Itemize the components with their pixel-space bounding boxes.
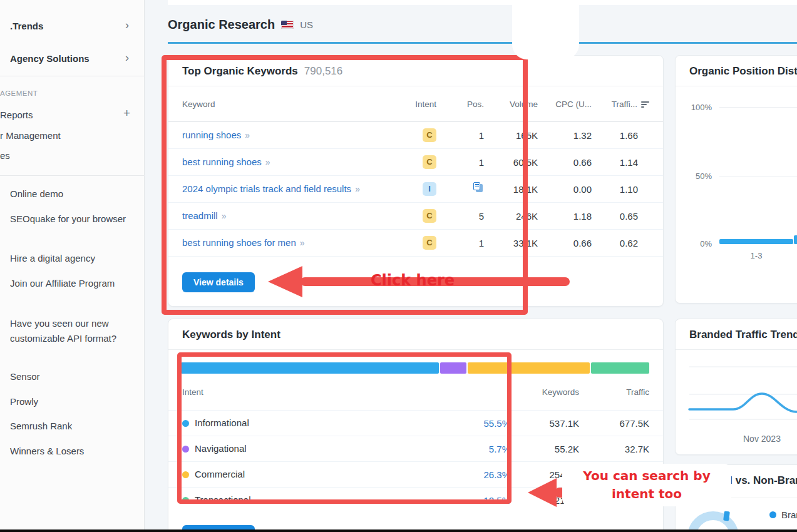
bar-segment-navigational[interactable] [440,362,466,374]
sidebar-item-api-format[interactable]: Have you seen our new customizable API f… [10,316,129,346]
sidebar-item-agency-solutions[interactable]: Agency Solutions › [10,53,138,65]
cpc-value: 0.66 [538,157,592,168]
sidebar: .Trends › Agency Solutions › AGEMENT Rep… [0,0,145,532]
intent-label: Transactional [195,494,251,505]
volume-value: 33.1K [484,238,538,248]
column-intent[interactable]: Intent [401,100,436,109]
annotation-search-by-intent: You can search by intent too [562,464,731,506]
sidebar-item-label: r Management [0,130,61,141]
plus-icon[interactable]: + [123,107,130,120]
annotation-click-here: Click here [371,272,455,289]
keyword-link[interactable]: best running shoes for men [182,237,296,248]
intent-percent-link[interactable]: 26.3% [450,469,510,480]
sidebar-item-hire-agency[interactable]: Hire a digital agency [10,252,138,265]
sidebar-item-es[interactable]: es [0,150,138,162]
bar-segment-informational[interactable] [181,362,439,374]
page-header: Organic Research US [168,18,313,32]
traffic-value: 1.10 [592,184,649,195]
keyword-link[interactable]: running shoes [182,130,241,140]
card-title: Organic Position Distribution [689,65,797,78]
sidebar-item-online-demo[interactable]: Online demo [10,188,138,200]
annotation-line2: intent too [612,485,682,503]
position-bar-1-3[interactable] [719,239,793,244]
sidebar-item-seoquake[interactable]: SEOquake for your browser [10,212,129,227]
legend-dot-transactional [182,497,189,504]
card-title: Top Organic Keywords [182,65,298,78]
sidebar-item-semrush-rank[interactable]: Semrush Rank [10,420,138,432]
y-axis-tick: 0% [681,239,712,248]
intent-badge-commercial: C [423,209,436,223]
annotation-line1: You can search by [583,467,710,485]
x-axis-tick: 1-3 [719,251,793,260]
position-bar-partial[interactable] [794,235,797,244]
sidebar-item-label: Agency Solutions [10,53,90,64]
cpc-value: 1.32 [538,130,592,141]
sidebar-item-management[interactable]: r Management [0,130,138,142]
view-details-button[interactable]: View details [182,272,255,292]
table-row: 2024 olympic trials track and field resu… [168,176,663,203]
sidebar-item-label: Have you seen our new customizable API f… [10,318,116,344]
top-card-edge [168,0,797,5]
sidebar-item-label: Semrush Rank [10,421,72,431]
traffic-value: 32.7K [579,444,649,454]
intent-badge-commercial: C [423,236,436,250]
sidebar-item-label: es [0,150,10,161]
intent-table-header: Intent Keywords Traffic [168,374,663,410]
intent-percent-link[interactable]: 5.7% [450,444,510,454]
chevron-right-icon: › [125,19,129,31]
table-row: best running shoes for men» C 1 33.1K 0.… [168,230,663,257]
bottom-edge-bar [0,529,797,532]
sidebar-item-affiliate[interactable]: Join our Affiliate Program [10,276,129,291]
legend-label: Branded [781,509,797,520]
sidebar-item-prowly[interactable]: Prowly [10,396,138,408]
position-value: 5 [436,211,484,222]
sidebar-section-management: AGEMENT [0,90,38,97]
sidebar-item-sensor[interactable]: Sensor [10,371,138,383]
intent-badge-informational: I [423,182,436,196]
sort-descending-icon[interactable] [641,101,649,108]
keywords-value: 537.1K [510,418,579,429]
column-cpc[interactable]: CPC (U... [538,100,592,109]
x-axis-tick: Nov 2023 [743,434,781,444]
sidebar-item-reports[interactable]: Reports + [0,109,138,121]
column-volume[interactable]: Volume [484,100,538,109]
sidebar-item-label: Reports [0,110,33,120]
sidebar-divider [0,175,145,176]
column-keyword[interactable]: Keyword [182,100,401,109]
sidebar-item-label: Winners & Losers [10,446,84,456]
volume-value: 18.1K [484,184,538,195]
card-header: Keywords by Intent [168,319,663,350]
double-chevron-icon: » [265,157,270,167]
organic-position-distribution-card: Organic Position Distribution 100% 50% 0… [675,55,797,304]
bar-segment-transactional[interactable] [591,362,649,374]
active-tab-underline [168,42,797,44]
sidebar-item-trends[interactable]: .Trends › [10,20,138,33]
keyword-link[interactable]: 2024 olympic trials track and field resu… [182,183,351,194]
intent-percent-link[interactable]: 12.5% [450,495,510,506]
column-keywords: Keywords [510,387,579,397]
keyword-link[interactable]: treadmill [182,210,218,221]
cpc-value: 0.00 [538,184,592,195]
serp-features-icon[interactable] [473,182,484,193]
sidebar-item-winners-losers[interactable]: Winners & Losers [10,445,138,458]
y-axis-tick: 50% [681,171,712,181]
keywords-table-header: Keyword Intent Pos. Volume CPC (U... Tra… [168,86,663,122]
column-traffic: Traffic [579,387,649,397]
sidebar-item-label: Hire a digital agency [10,253,95,263]
column-pos[interactable]: Pos. [436,100,484,109]
intent-label: Navigational [195,443,247,454]
table-row: running shoes» C 1 165K 1.32 1.66 [168,122,663,149]
sidebar-item-label: Online demo [10,188,63,199]
card-title: Keywords by Intent [182,329,280,341]
traffic-value: 1.66 [592,130,649,141]
column-traffic[interactable]: Traffi... [592,100,649,109]
intent-percent-link[interactable]: 55.5% [450,418,510,429]
keyword-link[interactable]: best running shoes [182,156,262,167]
country-label: US [300,19,313,30]
cpc-value: 0.66 [538,238,592,248]
gridline [719,176,797,176]
semrush-dashboard: .Trends › Agency Solutions › AGEMENT Rep… [0,0,797,532]
bar-segment-commercial[interactable] [468,362,590,374]
traffic-trend-line-chart [676,350,797,426]
cpc-value: 1.18 [538,211,592,222]
